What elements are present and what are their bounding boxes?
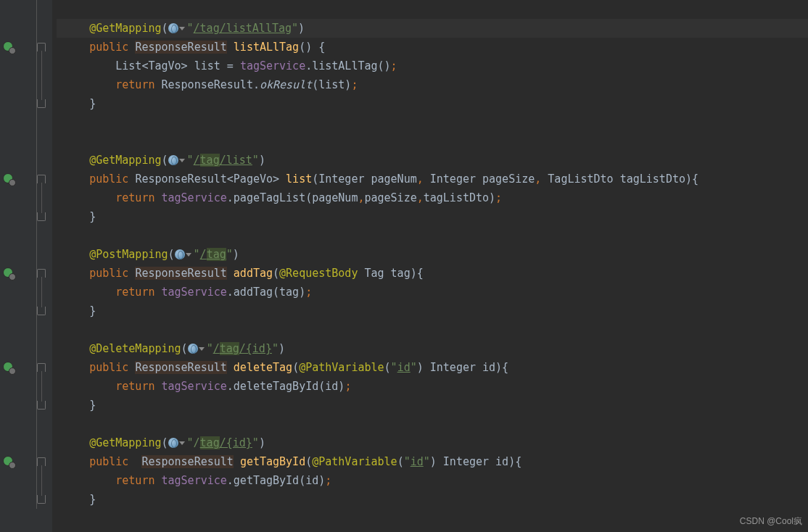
- code-line[interactable]: return tagService.getTagById(id);: [57, 471, 808, 490]
- code-line[interactable]: }: [57, 490, 808, 509]
- code-token: public: [89, 455, 141, 468]
- code-line[interactable]: @PostMapping("/tag"): [57, 245, 808, 264]
- code-token: (: [181, 342, 188, 355]
- code-line[interactable]: }: [57, 396, 808, 415]
- code-token: ": [207, 342, 213, 355]
- web-globe-icon[interactable]: [168, 438, 178, 448]
- gutter-method-icon[interactable]: [3, 362, 15, 373]
- code-token: }: [89, 304, 96, 317]
- code-line[interactable]: return ResponseResult.okResult(list);: [57, 75, 808, 94]
- code-token: tagService: [162, 191, 227, 204]
- code-token: tagService: [162, 474, 227, 487]
- code-token: ;: [351, 78, 358, 91]
- gutter-method-icon[interactable]: [3, 173, 15, 185]
- code-line[interactable]: @DeleteMapping("/tag/{id}"): [57, 339, 808, 358]
- fold-close-icon[interactable]: [37, 495, 46, 504]
- code-line[interactable]: [57, 132, 808, 151]
- code-token: ResponseResult: [135, 267, 226, 280]
- code-token: tagService: [240, 59, 305, 72]
- chevron-down-icon[interactable]: [179, 27, 185, 30]
- code-token: tagService: [162, 380, 227, 393]
- code-token: "/: [187, 436, 200, 449]
- code-line[interactable]: }: [57, 207, 808, 226]
- code-line[interactable]: return tagService.deleteTagById(id);: [57, 377, 808, 396]
- gutter-method-icon[interactable]: [3, 41, 15, 53]
- code-token: @GetMapping: [89, 22, 161, 35]
- code-area[interactable]: @GetMapping("/tag/listAllTag") public Re…: [57, 0, 808, 509]
- code-line[interactable]: @GetMapping("/tag/listAllTag"): [57, 19, 808, 38]
- code-token: @GetMapping: [89, 436, 161, 449]
- code-token: [234, 455, 240, 468]
- code-token: ;: [345, 380, 351, 393]
- code-line[interactable]: public ResponseResult getTagById(@PathVa…: [57, 452, 808, 471]
- code-token: ,: [535, 173, 548, 186]
- code-token: (: [384, 361, 391, 374]
- code-token: ": [194, 248, 200, 261]
- code-line[interactable]: List<TagVo> list = tagService.listALlTag…: [57, 57, 808, 75]
- code-line[interactable]: [57, 320, 808, 339]
- code-token: tag: [200, 436, 220, 449]
- code-token: okResult: [260, 78, 312, 91]
- code-token: ,: [417, 173, 430, 186]
- code-token: tag: [207, 248, 226, 261]
- chevron-down-icon[interactable]: [179, 441, 185, 445]
- code-token: tagListDto): [424, 191, 495, 204]
- code-token: ResponseResult.: [162, 78, 260, 91]
- code-token: (: [397, 455, 404, 468]
- code-token: (: [168, 248, 175, 261]
- code-line[interactable]: public ResponseResult deleteTag(@PathVar…: [57, 358, 808, 377]
- code-token: ": [252, 436, 259, 449]
- fold-close-icon[interactable]: [37, 212, 46, 221]
- code-line[interactable]: }: [57, 302, 808, 320]
- code-token: (: [305, 455, 312, 468]
- gutter-method-icon[interactable]: [3, 456, 15, 467]
- code-token: ResponseResult<PageVo>: [135, 173, 286, 186]
- code-line[interactable]: [57, 415, 808, 433]
- web-globe-icon[interactable]: [175, 249, 185, 259]
- fold-close-icon[interactable]: [37, 99, 46, 108]
- code-token: ": [272, 342, 279, 355]
- chevron-down-icon[interactable]: [199, 347, 205, 351]
- code-token: (Integer pageNum: [312, 173, 417, 186]
- code-token: }: [89, 97, 96, 110]
- code-token: ResponseResult: [135, 41, 226, 54]
- code-line[interactable]: [57, 0, 808, 19]
- code-line[interactable]: public ResponseResult<PageVo> list(Integ…: [57, 170, 808, 188]
- web-globe-icon[interactable]: [188, 344, 198, 354]
- fold-close-icon[interactable]: [37, 401, 46, 410]
- code-token: ): [259, 436, 265, 449]
- code-line[interactable]: [57, 113, 808, 132]
- web-globe-icon[interactable]: [168, 23, 178, 33]
- code-token: ": [226, 248, 233, 261]
- code-line[interactable]: return tagService.pageTagList(pageNum,pa…: [57, 188, 808, 207]
- code-line[interactable]: public ResponseResult listALlTag() {: [57, 38, 808, 57]
- code-line[interactable]: }: [57, 94, 808, 113]
- code-token: [227, 41, 234, 54]
- code-token: .addTag(tag): [227, 286, 305, 299]
- code-line[interactable]: return tagService.addTag(tag);: [57, 283, 808, 302]
- gutter-method-icon[interactable]: [3, 267, 15, 279]
- code-token: ) Integer id){: [430, 455, 522, 468]
- code-token: pageSize: [364, 191, 416, 204]
- code-line[interactable]: [57, 226, 808, 245]
- fold-close-icon[interactable]: [37, 307, 46, 315]
- code-line[interactable]: @GetMapping("/tag/list"): [57, 151, 808, 170]
- code-line[interactable]: @GetMapping("/tag/{id}"): [57, 433, 808, 452]
- code-token: return: [115, 78, 161, 91]
- code-token: ": [252, 154, 259, 167]
- chevron-down-icon[interactable]: [179, 159, 185, 162]
- code-token: .deleteTagById(id): [227, 380, 345, 393]
- code-line[interactable]: public ResponseResult addTag(@RequestBod…: [57, 264, 808, 283]
- code-token: return: [115, 191, 161, 204]
- code-token: /: [200, 248, 207, 261]
- fold-guide-line: [36, 0, 37, 509]
- chevron-down-icon[interactable]: [186, 253, 191, 257]
- fold-guide-line: [41, 51, 42, 100]
- code-token: public: [89, 173, 135, 186]
- code-token: ": [411, 361, 417, 374]
- editor-gutter: [0, 0, 52, 532]
- code-token: ) Integer id){: [417, 361, 508, 374]
- web-globe-icon[interactable]: [168, 155, 178, 165]
- code-token: .pageTagList(pageNum: [227, 191, 358, 204]
- code-token: (: [162, 22, 168, 35]
